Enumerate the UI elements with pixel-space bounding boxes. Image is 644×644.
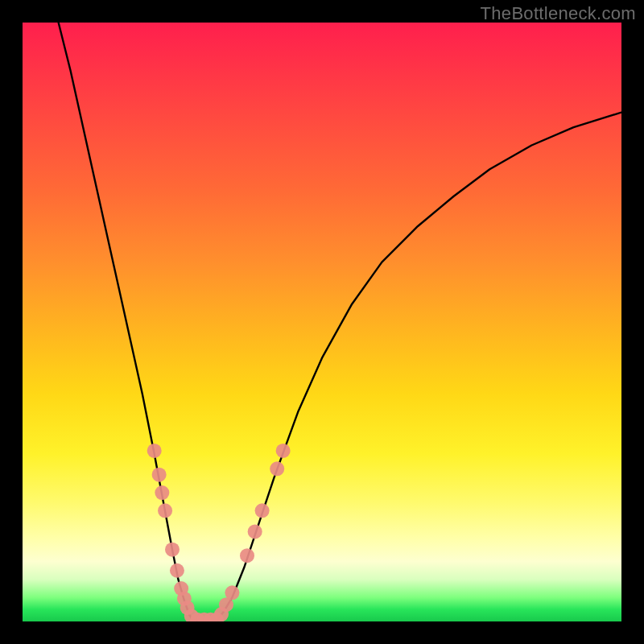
- marker-dot: [152, 468, 167, 482]
- bottleneck-curve-path: [59, 23, 621, 621]
- marker-dot: [270, 461, 284, 476]
- marker-dot: [240, 548, 254, 563]
- marker-dot: [158, 503, 172, 518]
- marker-dot: [248, 524, 262, 539]
- marker-dot: [165, 543, 180, 557]
- chart-frame: TheBottleneck.com: [0, 0, 644, 644]
- marker-dot: [147, 444, 162, 458]
- marker-dot: [225, 585, 239, 600]
- chart-plot-area: [23, 23, 621, 621]
- marker-dot: [170, 564, 184, 578]
- marker-dot: [155, 485, 169, 500]
- marker-dot: [255, 503, 270, 518]
- marker-dot: [276, 444, 291, 458]
- watermark-text: TheBottleneck.com: [481, 3, 636, 24]
- bottleneck-curve: [59, 23, 621, 621]
- chart-svg: [23, 23, 621, 621]
